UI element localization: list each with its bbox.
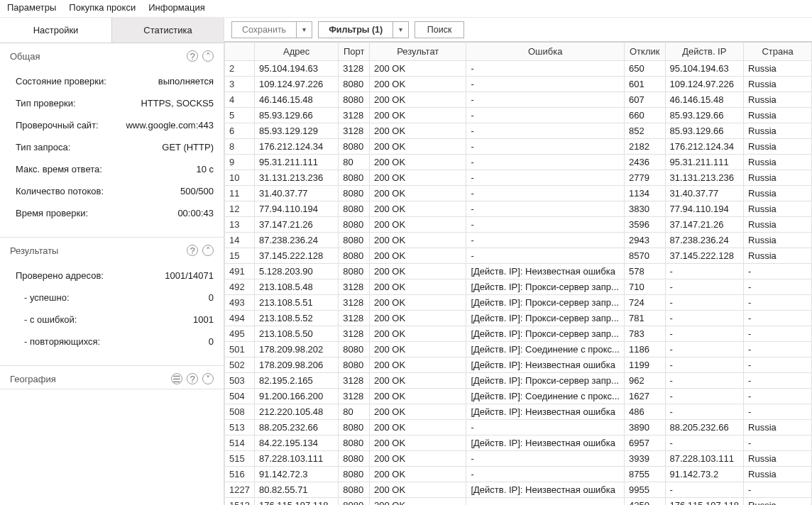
- cell-result: 200 OK: [370, 326, 466, 342]
- table-row[interactable]: 1537.145.222.1288080200 OK-857037.145.22…: [225, 248, 812, 264]
- table-row[interactable]: 685.93.129.1293128200 OK-85285.93.129.66…: [225, 123, 812, 139]
- menu-buy-proxy[interactable]: Покупка прокси: [69, 2, 136, 13]
- cell-real-ip: -: [665, 326, 744, 342]
- cell-country: Russia: [744, 77, 812, 92]
- cell-result: 200 OK: [370, 404, 466, 420]
- cell-response: 601: [624, 77, 665, 92]
- cell-index: 6: [225, 123, 255, 139]
- cell-port: 80: [339, 404, 370, 420]
- cell-response: 8755: [624, 467, 665, 482]
- table-row[interactable]: 1031.131.213.2368080200 OK-277931.131.21…: [225, 170, 812, 186]
- tab-settings[interactable]: Настройки: [0, 18, 112, 43]
- table-row[interactable]: 446.146.15.488080200 OK-60746.146.15.48R…: [225, 92, 812, 108]
- kv-key: Проверено адресов:: [16, 270, 104, 281]
- tab-statistics[interactable]: Статистика: [112, 18, 224, 43]
- collapse-icon[interactable]: ˄: [202, 50, 214, 62]
- col-result[interactable]: Результат: [370, 43, 466, 61]
- filters-button[interactable]: Фильтры (1): [318, 21, 393, 38]
- cell-real-ip: 46.146.15.48: [665, 92, 744, 108]
- cell-real-ip: -: [665, 279, 744, 295]
- cell-country: Russia: [744, 248, 812, 264]
- table-row[interactable]: 494213.108.5.523128200 OK[Действ. IP]: П…: [225, 311, 812, 326]
- cell-result: 200 OK: [370, 389, 466, 404]
- cell-real-ip: 88.205.232.66: [665, 420, 744, 435]
- cell-index: 11: [225, 186, 255, 201]
- table-row[interactable]: 492213.108.5.483128200 OK[Действ. IP]: П…: [225, 279, 812, 295]
- list-icon[interactable]: ☰: [171, 373, 182, 384]
- cell-country: Russia: [744, 92, 812, 108]
- cell-country: -: [744, 326, 812, 342]
- cell-country: -: [744, 279, 812, 295]
- cell-address: 80.82.55.71: [254, 482, 338, 498]
- table-row[interactable]: 51484.22.195.1348080200 OK[Действ. IP]: …: [225, 435, 812, 451]
- table-row[interactable]: 50491.200.166.2003128200 OK[Действ. IP]:…: [225, 389, 812, 404]
- collapse-icon[interactable]: ˄: [202, 245, 214, 256]
- table-row[interactable]: 8176.212.124.348080200 OK-2182176.212.12…: [225, 139, 812, 155]
- table-row[interactable]: 502178.209.98.2068080200 OK[Действ. IP]:…: [225, 357, 812, 373]
- kv-value: 00:00:43: [177, 208, 214, 218]
- table-row[interactable]: 51691.142.72.38080200 OK-875591.142.73.2…: [225, 467, 812, 482]
- menu-parameters[interactable]: Параметры: [7, 2, 56, 13]
- col-address[interactable]: Адрес: [254, 43, 338, 61]
- cell-index: 3: [225, 77, 255, 92]
- cell-index: 516: [225, 467, 255, 482]
- save-button[interactable]: Сохранить: [231, 21, 297, 38]
- table-row[interactable]: 585.93.129.663128200 OK-66085.93.129.66R…: [225, 108, 812, 123]
- help-icon[interactable]: ?: [187, 50, 198, 62]
- table-row[interactable]: 995.31.211.11180200 OK-243695.31.211.111…: [225, 155, 812, 170]
- save-dropdown[interactable]: [297, 21, 312, 38]
- cell-index: 502: [225, 357, 255, 373]
- table-row[interactable]: 495213.108.5.503128200 OK[Действ. IP]: П…: [225, 326, 812, 342]
- cell-index: 4: [225, 92, 255, 108]
- cell-response: 1199: [624, 357, 665, 373]
- table-row[interactable]: 1131.40.37.778080200 OK-113431.40.37.77R…: [225, 186, 812, 201]
- cell-result: 200 OK: [370, 217, 466, 233]
- cell-port: 8080: [339, 342, 370, 357]
- table-row[interactable]: 1513176.115.197.1188080200 OK-4250176.11…: [225, 498, 812, 505]
- cell-index: 13: [225, 217, 255, 233]
- cell-index: 514: [225, 435, 255, 451]
- table-row[interactable]: 51388.205.232.668080200 OK-389088.205.23…: [225, 420, 812, 435]
- results-table[interactable]: Адрес Порт Результат Ошибка Отклик Дейст…: [224, 42, 812, 505]
- help-icon[interactable]: ?: [187, 245, 198, 256]
- table-row[interactable]: 295.104.194.633128200 OK-65095.104.194.6…: [225, 61, 812, 77]
- col-response[interactable]: Отклик: [624, 43, 665, 61]
- cell-real-ip: 87.228.103.111: [665, 451, 744, 467]
- table-row[interactable]: 50382.195.2.1653128200 OK[Действ. IP]: П…: [225, 373, 812, 389]
- cell-index: 9: [225, 155, 255, 170]
- help-icon[interactable]: ?: [187, 373, 198, 384]
- menu-info[interactable]: Информация: [148, 2, 205, 13]
- table-row[interactable]: 1337.147.21.268080200 OK-359637.147.21.2…: [225, 217, 812, 233]
- table-row[interactable]: 501178.209.98.2028080200 OK[Действ. IP]:…: [225, 342, 812, 357]
- cell-country: Russia: [744, 201, 812, 217]
- table-row[interactable]: 3109.124.97.2268080200 OK-601109.124.97.…: [225, 77, 812, 92]
- table-row[interactable]: 122780.82.55.718080200 OK[Действ. IP]: Н…: [225, 482, 812, 498]
- col-real-ip[interactable]: Действ. IP: [665, 43, 744, 61]
- table-row[interactable]: 493213.108.5.513128200 OK[Действ. IP]: П…: [225, 295, 812, 311]
- table-row[interactable]: 4915.128.203.908080200 OK[Действ. IP]: Н…: [225, 264, 812, 279]
- cell-country: -: [744, 435, 812, 451]
- table-row[interactable]: 1487.238.236.248080200 OK-294387.238.236…: [225, 233, 812, 248]
- expand-icon[interactable]: ˅: [202, 373, 214, 384]
- filters-dropdown[interactable]: [393, 21, 409, 38]
- kv-row: Время проверки:00:00:43: [16, 202, 214, 224]
- table-row[interactable]: 508212.220.105.4880200 OK[Действ. IP]: Н…: [225, 404, 812, 420]
- search-button[interactable]: Поиск: [415, 21, 464, 38]
- col-port[interactable]: Порт: [339, 43, 370, 61]
- cell-address: 87.238.236.24: [254, 233, 338, 248]
- cell-address: 176.115.197.118: [254, 498, 338, 505]
- cell-port: 8080: [339, 420, 370, 435]
- cell-port: 8080: [339, 264, 370, 279]
- cell-result: 200 OK: [370, 482, 466, 498]
- cell-port: 8080: [339, 357, 370, 373]
- panel-geography: География ☰ ? ˅: [0, 366, 224, 389]
- cell-port: 8080: [339, 201, 370, 217]
- table-row[interactable]: 1277.94.110.1948080200 OK-383077.94.110.…: [225, 201, 812, 217]
- cell-response: 724: [624, 295, 665, 311]
- col-error[interactable]: Ошибка: [466, 43, 625, 61]
- col-country[interactable]: Страна: [744, 43, 812, 61]
- cell-address: 109.124.97.226: [254, 77, 338, 92]
- cell-index: 495: [225, 326, 255, 342]
- col-index[interactable]: [225, 43, 255, 61]
- table-row[interactable]: 51587.228.103.1118080200 OK-393987.228.1…: [225, 451, 812, 467]
